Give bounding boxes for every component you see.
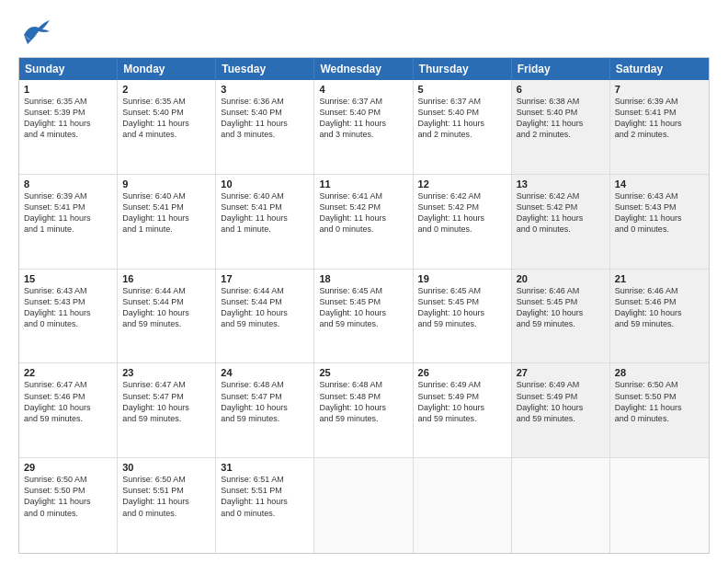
header-day-saturday: Saturday <box>610 58 709 80</box>
day-number: 20 <box>517 273 605 284</box>
day-number: 24 <box>221 367 309 378</box>
cell-info: Sunrise: 6:40 AMSunset: 5:41 PMDaylight:… <box>221 190 309 236</box>
page: SundayMondayTuesdayWednesdayThursdayFrid… <box>0 0 728 563</box>
calendar-cell: 6Sunrise: 6:38 AMSunset: 5:40 PMDaylight… <box>512 80 610 174</box>
calendar-cell: 27Sunrise: 6:49 AMSunset: 5:49 PMDayligh… <box>512 363 610 457</box>
day-number: 5 <box>418 84 506 95</box>
day-number: 29 <box>24 462 112 473</box>
calendar-cell: 19Sunrise: 6:45 AMSunset: 5:45 PMDayligh… <box>414 270 512 363</box>
calendar-cell: 14Sunrise: 6:43 AMSunset: 5:43 PMDayligh… <box>610 175 709 269</box>
cell-info: Sunrise: 6:51 AMSunset: 5:51 PMDaylight:… <box>221 474 309 519</box>
day-number: 9 <box>122 178 210 190</box>
calendar-week-4: 22Sunrise: 6:47 AMSunset: 5:46 PMDayligh… <box>19 363 709 458</box>
calendar-cell: 18Sunrise: 6:45 AMSunset: 5:45 PMDayligh… <box>314 270 413 363</box>
day-number: 23 <box>122 367 210 378</box>
day-number: 10 <box>221 178 309 190</box>
calendar-body: 1Sunrise: 6:35 AMSunset: 5:39 PMDaylight… <box>19 80 709 553</box>
day-number: 25 <box>319 367 407 378</box>
calendar-cell: 28Sunrise: 6:50 AMSunset: 5:50 PMDayligh… <box>610 363 709 457</box>
day-number: 22 <box>24 367 112 378</box>
cell-info: Sunrise: 6:39 AMSunset: 5:41 PMDaylight:… <box>24 190 112 236</box>
cell-info: Sunrise: 6:45 AMSunset: 5:45 PMDaylight:… <box>418 285 506 330</box>
day-number: 18 <box>319 273 407 284</box>
cell-info: Sunrise: 6:41 AMSunset: 5:42 PMDaylight:… <box>319 190 407 236</box>
calendar-cell: 9Sunrise: 6:40 AMSunset: 5:41 PMDaylight… <box>118 175 216 269</box>
calendar-cell <box>610 458 709 553</box>
header-day-sunday: Sunday <box>19 58 118 80</box>
calendar-cell: 13Sunrise: 6:42 AMSunset: 5:42 PMDayligh… <box>512 175 610 269</box>
cell-info: Sunrise: 6:40 AMSunset: 5:41 PMDaylight:… <box>122 190 210 236</box>
cell-info: Sunrise: 6:35 AMSunset: 5:39 PMDaylight:… <box>24 96 112 141</box>
day-number: 7 <box>615 84 704 95</box>
calendar-cell <box>512 458 610 553</box>
calendar-header: SundayMondayTuesdayWednesdayThursdayFrid… <box>19 58 709 80</box>
cell-info: Sunrise: 6:44 AMSunset: 5:44 PMDaylight:… <box>221 285 309 330</box>
day-number: 19 <box>418 273 506 284</box>
calendar-cell: 31Sunrise: 6:51 AMSunset: 5:51 PMDayligh… <box>216 458 314 553</box>
day-number: 26 <box>418 367 506 378</box>
calendar-cell: 1Sunrise: 6:35 AMSunset: 5:39 PMDaylight… <box>19 80 118 174</box>
logo-icon <box>18 17 51 50</box>
cell-info: Sunrise: 6:47 AMSunset: 5:46 PMDaylight:… <box>24 379 112 424</box>
cell-info: Sunrise: 6:36 AMSunset: 5:40 PMDaylight:… <box>221 96 309 141</box>
day-number: 21 <box>615 273 704 284</box>
day-number: 15 <box>24 273 112 284</box>
cell-info: Sunrise: 6:42 AMSunset: 5:42 PMDaylight:… <box>418 190 506 236</box>
cell-info: Sunrise: 6:43 AMSunset: 5:43 PMDaylight:… <box>24 285 112 330</box>
calendar-cell: 21Sunrise: 6:46 AMSunset: 5:46 PMDayligh… <box>610 270 709 363</box>
day-number: 6 <box>517 84 605 95</box>
cell-info: Sunrise: 6:46 AMSunset: 5:46 PMDaylight:… <box>615 285 704 330</box>
calendar-cell: 29Sunrise: 6:50 AMSunset: 5:50 PMDayligh… <box>19 458 118 553</box>
cell-info: Sunrise: 6:44 AMSunset: 5:44 PMDaylight:… <box>122 285 210 330</box>
day-number: 2 <box>122 84 210 95</box>
day-number: 31 <box>221 462 309 473</box>
calendar-cell: 7Sunrise: 6:39 AMSunset: 5:41 PMDaylight… <box>610 80 709 174</box>
cell-info: Sunrise: 6:50 AMSunset: 5:50 PMDaylight:… <box>615 379 704 424</box>
cell-info: Sunrise: 6:49 AMSunset: 5:49 PMDaylight:… <box>517 379 605 424</box>
header <box>18 17 710 50</box>
calendar-cell: 4Sunrise: 6:37 AMSunset: 5:40 PMDaylight… <box>314 80 413 174</box>
cell-info: Sunrise: 6:39 AMSunset: 5:41 PMDaylight:… <box>615 96 704 141</box>
day-number: 28 <box>615 367 704 378</box>
calendar-cell <box>414 458 512 553</box>
calendar-cell: 25Sunrise: 6:48 AMSunset: 5:48 PMDayligh… <box>314 363 413 457</box>
cell-info: Sunrise: 6:38 AMSunset: 5:40 PMDaylight:… <box>517 96 605 141</box>
calendar-cell: 10Sunrise: 6:40 AMSunset: 5:41 PMDayligh… <box>216 175 314 269</box>
cell-info: Sunrise: 6:37 AMSunset: 5:40 PMDaylight:… <box>418 96 506 141</box>
calendar-cell: 17Sunrise: 6:44 AMSunset: 5:44 PMDayligh… <box>216 270 314 363</box>
calendar-cell: 11Sunrise: 6:41 AMSunset: 5:42 PMDayligh… <box>314 175 413 269</box>
calendar-cell: 16Sunrise: 6:44 AMSunset: 5:44 PMDayligh… <box>118 270 216 363</box>
calendar: SundayMondayTuesdayWednesdayThursdayFrid… <box>18 57 710 554</box>
calendar-cell: 23Sunrise: 6:47 AMSunset: 5:47 PMDayligh… <box>118 363 216 457</box>
calendar-cell: 30Sunrise: 6:50 AMSunset: 5:51 PMDayligh… <box>118 458 216 553</box>
day-number: 16 <box>122 273 210 284</box>
calendar-cell: 15Sunrise: 6:43 AMSunset: 5:43 PMDayligh… <box>19 270 118 363</box>
calendar-cell: 5Sunrise: 6:37 AMSunset: 5:40 PMDaylight… <box>414 80 512 174</box>
day-number: 30 <box>122 462 210 473</box>
day-number: 17 <box>221 273 309 284</box>
header-day-wednesday: Wednesday <box>314 58 413 80</box>
cell-info: Sunrise: 6:48 AMSunset: 5:48 PMDaylight:… <box>319 379 407 424</box>
calendar-cell: 3Sunrise: 6:36 AMSunset: 5:40 PMDaylight… <box>216 80 314 174</box>
day-number: 1 <box>24 84 112 95</box>
header-day-thursday: Thursday <box>414 58 512 80</box>
calendar-week-1: 1Sunrise: 6:35 AMSunset: 5:39 PMDaylight… <box>19 80 709 175</box>
day-number: 12 <box>418 178 506 190</box>
cell-info: Sunrise: 6:49 AMSunset: 5:49 PMDaylight:… <box>418 379 506 424</box>
calendar-cell: 26Sunrise: 6:49 AMSunset: 5:49 PMDayligh… <box>414 363 512 457</box>
cell-info: Sunrise: 6:50 AMSunset: 5:51 PMDaylight:… <box>122 474 210 519</box>
day-number: 13 <box>517 178 605 190</box>
calendar-week-2: 8Sunrise: 6:39 AMSunset: 5:41 PMDaylight… <box>19 175 709 270</box>
day-number: 3 <box>221 84 309 95</box>
calendar-cell: 8Sunrise: 6:39 AMSunset: 5:41 PMDaylight… <box>19 175 118 269</box>
day-number: 11 <box>319 178 407 190</box>
calendar-week-3: 15Sunrise: 6:43 AMSunset: 5:43 PMDayligh… <box>19 270 709 364</box>
cell-info: Sunrise: 6:46 AMSunset: 5:45 PMDaylight:… <box>517 285 605 330</box>
cell-info: Sunrise: 6:35 AMSunset: 5:40 PMDaylight:… <box>122 96 210 141</box>
header-day-friday: Friday <box>512 58 610 80</box>
calendar-cell: 24Sunrise: 6:48 AMSunset: 5:47 PMDayligh… <box>216 363 314 457</box>
calendar-week-5: 29Sunrise: 6:50 AMSunset: 5:50 PMDayligh… <box>19 458 709 553</box>
day-number: 27 <box>517 367 605 378</box>
logo <box>18 17 53 50</box>
cell-info: Sunrise: 6:47 AMSunset: 5:47 PMDaylight:… <box>122 379 210 424</box>
